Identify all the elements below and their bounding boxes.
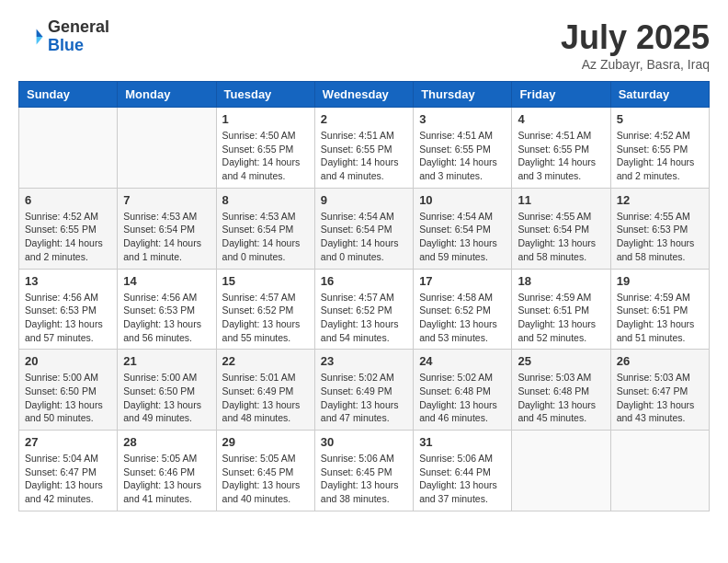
calendar-cell: 28Sunrise: 5:05 AM Sunset: 6:46 PM Dayli… — [118, 431, 216, 511]
column-header-monday: Monday — [118, 82, 216, 108]
day-number: 6 — [25, 193, 111, 207]
day-number: 7 — [123, 193, 210, 207]
day-info: Sunrise: 4:54 AM Sunset: 6:54 PM Dayligh… — [321, 210, 407, 264]
day-number: 16 — [321, 274, 407, 288]
calendar-cell: 12Sunrise: 4:55 AM Sunset: 6:53 PM Dayli… — [610, 188, 709, 269]
calendar-cell: 23Sunrise: 5:02 AM Sunset: 6:49 PM Dayli… — [314, 350, 413, 431]
day-number: 13 — [25, 274, 111, 288]
day-number: 23 — [321, 354, 407, 368]
day-info: Sunrise: 4:51 AM Sunset: 6:55 PM Dayligh… — [518, 129, 604, 183]
day-info: Sunrise: 4:52 AM Sunset: 6:55 PM Dayligh… — [617, 129, 703, 183]
day-number: 15 — [222, 274, 309, 288]
day-number: 4 — [518, 112, 604, 126]
day-number: 11 — [518, 193, 604, 207]
day-number: 12 — [617, 193, 703, 207]
day-info: Sunrise: 5:04 AM Sunset: 6:47 PM Dayligh… — [25, 452, 111, 506]
calendar-cell: 18Sunrise: 4:59 AM Sunset: 6:51 PM Dayli… — [512, 269, 610, 350]
calendar-cell: 6Sunrise: 4:52 AM Sunset: 6:55 PM Daylig… — [19, 188, 118, 269]
day-number: 8 — [222, 193, 309, 207]
calendar-cell: 30Sunrise: 5:06 AM Sunset: 6:45 PM Dayli… — [314, 431, 413, 511]
day-info: Sunrise: 5:03 AM Sunset: 6:48 PM Dayligh… — [518, 371, 604, 425]
calendar-cell: 25Sunrise: 5:03 AM Sunset: 6:48 PM Dayli… — [512, 350, 610, 431]
day-number: 17 — [419, 274, 506, 288]
day-number: 27 — [25, 435, 111, 449]
day-info: Sunrise: 4:59 AM Sunset: 6:51 PM Dayligh… — [617, 291, 703, 345]
calendar-cell: 19Sunrise: 4:59 AM Sunset: 6:51 PM Dayli… — [610, 269, 709, 350]
calendar-cell: 24Sunrise: 5:02 AM Sunset: 6:48 PM Dayli… — [414, 350, 512, 431]
calendar-cell: 17Sunrise: 4:58 AM Sunset: 6:52 PM Dayli… — [414, 269, 512, 350]
day-info: Sunrise: 4:56 AM Sunset: 6:53 PM Dayligh… — [25, 291, 111, 345]
calendar-cell: 15Sunrise: 4:57 AM Sunset: 6:52 PM Dayli… — [216, 269, 314, 350]
calendar-cell: 31Sunrise: 5:06 AM Sunset: 6:44 PM Dayli… — [414, 431, 512, 511]
calendar-cell: 11Sunrise: 4:55 AM Sunset: 6:54 PM Dayli… — [512, 188, 610, 269]
calendar-cell: 4Sunrise: 4:51 AM Sunset: 6:55 PM Daylig… — [512, 108, 610, 189]
day-info: Sunrise: 4:59 AM Sunset: 6:51 PM Dayligh… — [518, 291, 604, 345]
calendar-cell: 13Sunrise: 4:56 AM Sunset: 6:53 PM Dayli… — [19, 269, 118, 350]
day-info: Sunrise: 5:00 AM Sunset: 6:50 PM Dayligh… — [25, 371, 111, 425]
logo-general: General — [48, 18, 109, 37]
calendar-cell: 3Sunrise: 4:51 AM Sunset: 6:55 PM Daylig… — [414, 108, 512, 189]
svg-marker-0 — [37, 29, 43, 36]
column-header-sunday: Sunday — [19, 82, 118, 108]
calendar-cell: 26Sunrise: 5:03 AM Sunset: 6:47 PM Dayli… — [610, 350, 709, 431]
column-header-saturday: Saturday — [610, 82, 709, 108]
calendar-cell: 5Sunrise: 4:52 AM Sunset: 6:55 PM Daylig… — [610, 108, 709, 189]
day-number: 22 — [222, 354, 309, 368]
day-number: 2 — [321, 112, 407, 126]
calendar-cell — [610, 431, 709, 511]
day-number: 10 — [419, 193, 506, 207]
calendar-cell: 8Sunrise: 4:53 AM Sunset: 6:54 PM Daylig… — [216, 188, 314, 269]
calendar-cell: 16Sunrise: 4:57 AM Sunset: 6:52 PM Dayli… — [314, 269, 413, 350]
calendar-cell: 21Sunrise: 5:00 AM Sunset: 6:50 PM Dayli… — [118, 350, 216, 431]
title-section: July 2025 Az Zubayr, Basra, Iraq — [561, 18, 710, 72]
day-number: 30 — [321, 435, 407, 449]
calendar-cell: 22Sunrise: 5:01 AM Sunset: 6:49 PM Dayli… — [216, 350, 314, 431]
month-title: July 2025 — [561, 18, 710, 57]
calendar-cell — [512, 431, 610, 511]
day-info: Sunrise: 4:53 AM Sunset: 6:54 PM Dayligh… — [222, 210, 309, 264]
calendar-cell: 27Sunrise: 5:04 AM Sunset: 6:47 PM Dayli… — [19, 431, 118, 511]
calendar-cell — [19, 108, 118, 189]
calendar-cell: 7Sunrise: 4:53 AM Sunset: 6:54 PM Daylig… — [118, 188, 216, 269]
day-info: Sunrise: 4:57 AM Sunset: 6:52 PM Dayligh… — [222, 291, 309, 345]
calendar-week-4: 20Sunrise: 5:00 AM Sunset: 6:50 PM Dayli… — [19, 350, 710, 431]
day-number: 28 — [123, 435, 210, 449]
day-number: 20 — [25, 354, 111, 368]
day-number: 21 — [123, 354, 210, 368]
logo-blue: Blue — [48, 37, 109, 55]
day-number: 5 — [617, 112, 703, 126]
logo: General Blue — [18, 18, 109, 55]
day-number: 29 — [222, 435, 309, 449]
calendar-cell: 9Sunrise: 4:54 AM Sunset: 6:54 PM Daylig… — [314, 188, 413, 269]
day-info: Sunrise: 4:51 AM Sunset: 6:55 PM Dayligh… — [419, 129, 506, 183]
day-info: Sunrise: 5:05 AM Sunset: 6:45 PM Dayligh… — [222, 452, 309, 506]
day-info: Sunrise: 5:06 AM Sunset: 6:44 PM Dayligh… — [419, 452, 506, 506]
svg-marker-1 — [37, 37, 43, 44]
day-info: Sunrise: 4:52 AM Sunset: 6:55 PM Dayligh… — [25, 210, 111, 264]
day-number: 31 — [419, 435, 506, 449]
calendar-table: SundayMondayTuesdayWednesdayThursdayFrid… — [18, 81, 710, 511]
day-info: Sunrise: 5:03 AM Sunset: 6:47 PM Dayligh… — [617, 371, 703, 425]
calendar-week-3: 13Sunrise: 4:56 AM Sunset: 6:53 PM Dayli… — [19, 269, 710, 350]
day-number: 19 — [617, 274, 703, 288]
logo-icon — [18, 24, 44, 50]
calendar-week-5: 27Sunrise: 5:04 AM Sunset: 6:47 PM Dayli… — [19, 431, 710, 511]
calendar-cell — [118, 108, 216, 189]
day-info: Sunrise: 4:57 AM Sunset: 6:52 PM Dayligh… — [321, 291, 407, 345]
column-header-friday: Friday — [512, 82, 610, 108]
calendar-header-row: SundayMondayTuesdayWednesdayThursdayFrid… — [19, 82, 710, 108]
day-info: Sunrise: 5:00 AM Sunset: 6:50 PM Dayligh… — [123, 371, 210, 425]
calendar-week-1: 1Sunrise: 4:50 AM Sunset: 6:55 PM Daylig… — [19, 108, 710, 189]
day-number: 3 — [419, 112, 506, 126]
day-info: Sunrise: 4:56 AM Sunset: 6:53 PM Dayligh… — [123, 291, 210, 345]
calendar-week-2: 6Sunrise: 4:52 AM Sunset: 6:55 PM Daylig… — [19, 188, 710, 269]
day-info: Sunrise: 4:58 AM Sunset: 6:52 PM Dayligh… — [419, 291, 506, 345]
day-number: 18 — [518, 274, 604, 288]
calendar-cell: 20Sunrise: 5:00 AM Sunset: 6:50 PM Dayli… — [19, 350, 118, 431]
calendar-cell: 29Sunrise: 5:05 AM Sunset: 6:45 PM Dayli… — [216, 431, 314, 511]
day-number: 14 — [123, 274, 210, 288]
calendar-cell: 1Sunrise: 4:50 AM Sunset: 6:55 PM Daylig… — [216, 108, 314, 189]
calendar-cell: 2Sunrise: 4:51 AM Sunset: 6:55 PM Daylig… — [314, 108, 413, 189]
day-number: 1 — [222, 112, 309, 126]
day-info: Sunrise: 5:02 AM Sunset: 6:49 PM Dayligh… — [321, 371, 407, 425]
